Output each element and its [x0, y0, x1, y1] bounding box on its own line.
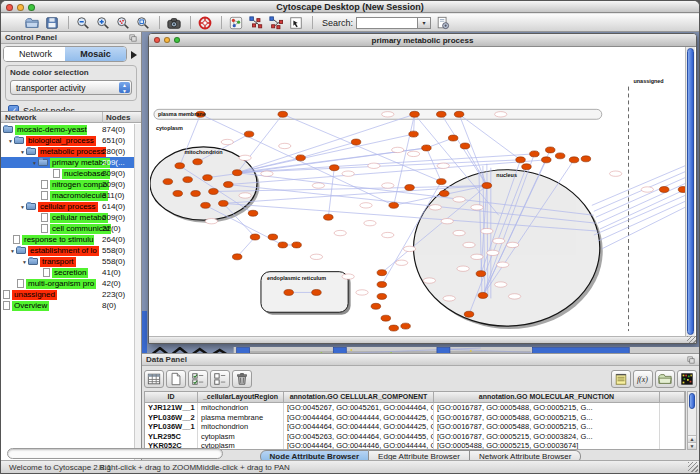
network-node[interactable] [409, 131, 419, 137]
network-tree-row[interactable]: ▼primary metabo209(... [1, 157, 134, 168]
open-file-button[interactable] [24, 15, 42, 31]
scroll-down-arrow[interactable]: ▼ [688, 442, 696, 449]
network-node[interactable] [250, 234, 260, 240]
network-node[interactable] [219, 200, 229, 206]
network-scrollbar-thumb[interactable] [687, 48, 694, 335]
column-header[interactable]: ID [145, 392, 198, 402]
network-tree-row[interactable]: ▼establishment of lo558(0) [1, 245, 134, 256]
network-node[interactable] [448, 135, 458, 141]
snapshot-button[interactable] [166, 15, 184, 31]
search-input[interactable] [356, 17, 418, 29]
tree-scrollbar[interactable] [134, 124, 141, 460]
help-lifesaver-button[interactable] [197, 15, 215, 31]
network-node[interactable] [224, 182, 234, 188]
network-node[interactable] [659, 187, 669, 193]
tree-expander-icon[interactable]: ▼ [21, 259, 28, 265]
network-tree-row[interactable]: response to stimulu264(0) [1, 234, 134, 245]
network-node[interactable] [482, 183, 492, 189]
network-node[interactable] [201, 202, 211, 208]
column-header[interactable]: annotation.GO CELLULAR_COMPONENT [284, 392, 434, 402]
node-color-attribute-select[interactable]: transporter activity ▲▼ [10, 80, 132, 95]
network-node[interactable] [330, 165, 340, 171]
network-node[interactable] [476, 271, 486, 277]
window-resize-grip[interactable] [688, 462, 698, 472]
network-node[interactable] [522, 164, 532, 170]
network-tree-row[interactable]: ▼biological_process651(0) [1, 135, 134, 146]
save-session-button[interactable] [44, 15, 62, 31]
network-vertical-scrollbar[interactable] [685, 47, 695, 336]
network-node[interactable] [439, 191, 449, 197]
network-node[interactable] [248, 210, 258, 216]
network-node[interactable] [296, 155, 306, 161]
network-node[interactable] [209, 189, 219, 195]
network-node[interactable] [163, 179, 173, 185]
search-dropdown-button[interactable]: ▾ [418, 17, 431, 29]
network-node[interactable] [244, 131, 254, 137]
network-node[interactable] [678, 187, 685, 193]
search-config-button[interactable] [435, 15, 453, 31]
float-panel-icon[interactable] [686, 355, 696, 365]
tab-mosaic[interactable]: Mosaic [65, 47, 126, 61]
network-node[interactable] [183, 177, 193, 183]
attribute-table-row[interactable]: YKR052Ccytoplasm[GO:0044464, GO:0044446,… [145, 441, 685, 450]
network-node[interactable] [555, 153, 565, 159]
layout-nodes-b-button[interactable] [268, 15, 286, 31]
network-node[interactable] [324, 214, 334, 220]
attribute-table-row[interactable]: YPL036W__1mitochondrion[GO:0044464, GO:0… [145, 422, 685, 432]
table-scrollbar-thumb[interactable] [689, 393, 695, 409]
network-node[interactable] [268, 234, 278, 240]
network-node[interactable] [278, 111, 288, 117]
new-attribute-button[interactable] [166, 370, 186, 388]
zoom-in-button[interactable] [95, 15, 113, 31]
network-node[interactable] [530, 151, 540, 157]
network-node[interactable] [405, 185, 415, 191]
tree-column-nodes[interactable]: Nodes [102, 112, 130, 123]
network-node[interactable] [312, 289, 322, 295]
column-header[interactable] [660, 392, 685, 402]
heatmap-button[interactable] [677, 370, 697, 388]
network-node[interactable] [232, 254, 242, 260]
network-node[interactable] [437, 111, 447, 117]
network-tree-row[interactable]: unassigned223(0) [1, 289, 134, 300]
network-node[interactable] [581, 156, 591, 162]
network-tree-row[interactable]: multi-organism pro42(0) [1, 278, 134, 289]
network-window-titlebar[interactable]: primary metabolic process [149, 34, 696, 47]
network-view-window[interactable]: primary metabolic process plasma membran… [148, 33, 697, 344]
network-node[interactable] [478, 292, 488, 298]
tree-expander-icon[interactable]: ▼ [19, 149, 26, 155]
zoom-fit-button[interactable] [135, 15, 153, 31]
network-node[interactable] [191, 191, 201, 197]
network-tree-row[interactable]: ▼cellular process614(0) [1, 201, 134, 212]
vizmapper-button[interactable] [228, 15, 246, 31]
import-attributes-button[interactable] [655, 370, 675, 388]
network-window-resize-grip[interactable] [687, 336, 696, 343]
tree-expander-icon[interactable]: ▼ [9, 248, 16, 254]
network-node[interactable] [381, 315, 391, 321]
network-node[interactable] [232, 170, 242, 176]
attribute-table-row[interactable]: YJR121W__1mitochondrion[GO:0045267, GO:0… [145, 403, 685, 413]
attribute-grid-button[interactable] [144, 370, 164, 388]
function-builder-button[interactable]: f(x) [633, 370, 653, 388]
network-node[interactable] [542, 157, 552, 163]
network-tree-row[interactable]: Overview8(0) [1, 300, 134, 311]
network-node[interactable] [377, 293, 387, 299]
network-node[interactable] [516, 157, 526, 163]
unselect-all-attributes-button[interactable] [210, 370, 230, 388]
network-node[interactable] [292, 242, 302, 248]
layout-nodes-a-button[interactable] [248, 15, 266, 31]
network-node[interactable] [460, 143, 470, 149]
annotation-tool-button[interactable] [288, 15, 306, 31]
network-node[interactable] [546, 147, 556, 153]
zoom-selected-button[interactable] [115, 15, 133, 31]
table-vertical-scrollbar[interactable]: ▲ ▼ [687, 391, 697, 450]
delete-attribute-button[interactable] [232, 370, 252, 388]
network-node[interactable] [389, 325, 399, 331]
network-tree-row[interactable]: cell communicat22(0) [1, 223, 134, 234]
tree-expander-icon[interactable]: ▼ [19, 204, 26, 210]
tab-network[interactable]: Network [4, 47, 65, 61]
tree-column-network[interactable]: Network [1, 112, 37, 122]
network-node[interactable] [464, 311, 474, 317]
network-tree-row[interactable]: ▼metabolic process280(0) [1, 146, 134, 157]
main-titlebar[interactable]: Cytoscape Desktop (New Session) [1, 1, 699, 13]
attribute-table-row[interactable]: YPL036W__2plasma membrane[GO:0044464, GO… [145, 413, 685, 423]
